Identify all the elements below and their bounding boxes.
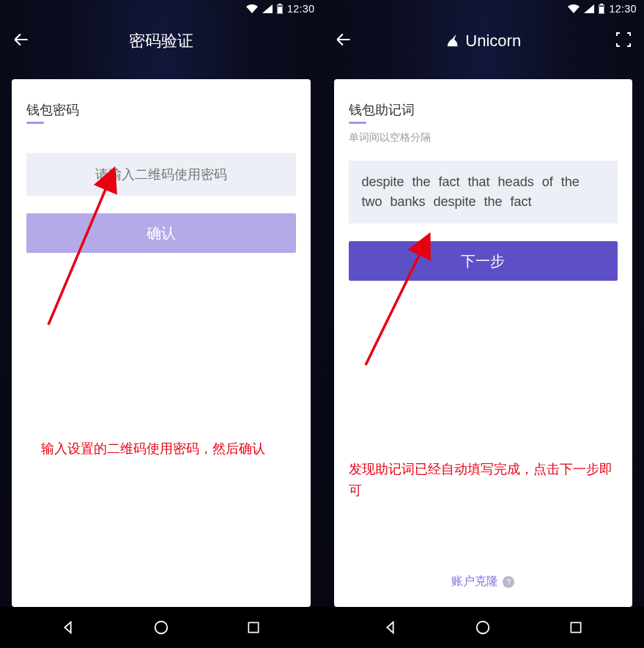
- back-icon[interactable]: [12, 30, 31, 52]
- svg-rect-5: [249, 622, 259, 632]
- section-title: 钱包助记词: [349, 101, 618, 119]
- annotation-text: 发现助记词已经自动填写完成，点击下一步即可: [349, 459, 618, 501]
- clone-account-link[interactable]: 账户克隆 ?: [334, 574, 633, 589]
- content-card: 钱包密码 确认 输入设置的二维码使用密码，然后确认: [12, 79, 311, 607]
- header: Unicorn: [322, 18, 645, 65]
- nav-home-icon[interactable]: [461, 619, 505, 636]
- content-card: 钱包助记词 单词间以空格分隔 下一步 发现助记词已经自动填写完成，点击下一步即可…: [334, 79, 633, 607]
- nav-recent-icon[interactable]: [554, 620, 598, 635]
- svg-rect-1: [278, 4, 281, 5]
- help-icon: ?: [503, 576, 514, 588]
- accent-bar: [349, 122, 366, 124]
- next-button[interactable]: 下一步: [349, 241, 618, 281]
- accent-bar: [26, 122, 44, 124]
- back-icon[interactable]: [334, 30, 353, 52]
- signal-icon: [584, 4, 594, 13]
- scan-icon[interactable]: [615, 31, 632, 51]
- nav-bar: [0, 607, 322, 648]
- wifi-icon: [568, 4, 580, 13]
- svg-rect-8: [599, 7, 604, 13]
- status-bar: 12:30: [0, 0, 322, 18]
- nav-bar: [322, 607, 645, 648]
- mnemonic-input[interactable]: [349, 161, 618, 224]
- unicorn-logo-icon: [445, 33, 461, 49]
- confirm-button[interactable]: 确认: [26, 213, 296, 253]
- nav-back-icon[interactable]: [46, 619, 90, 636]
- svg-point-4: [155, 622, 168, 634]
- svg-rect-2: [278, 7, 282, 13]
- nav-home-icon[interactable]: [139, 619, 183, 636]
- section-title: 钱包密码: [26, 101, 296, 119]
- nav-back-icon[interactable]: [369, 619, 412, 636]
- svg-point-10: [477, 622, 489, 634]
- svg-rect-11: [571, 622, 580, 632]
- battery-icon: [599, 4, 604, 14]
- signal-icon: [262, 4, 273, 13]
- status-time: 12:30: [287, 3, 315, 15]
- nav-recent-icon[interactable]: [232, 620, 275, 635]
- hint-text: 单词间以空格分隔: [349, 131, 618, 144]
- password-input[interactable]: [26, 153, 296, 196]
- page-title: 密码验证: [129, 30, 193, 52]
- battery-icon: [277, 4, 283, 14]
- page-title: Unicorn: [445, 32, 521, 51]
- header: 密码验证: [0, 18, 322, 65]
- status-bar: 12:30: [322, 0, 645, 18]
- wifi-icon: [246, 4, 258, 13]
- svg-rect-7: [600, 4, 603, 5]
- status-time: 12:30: [609, 3, 637, 15]
- annotation-text: 输入设置的二维码使用密码，然后确认: [26, 438, 296, 460]
